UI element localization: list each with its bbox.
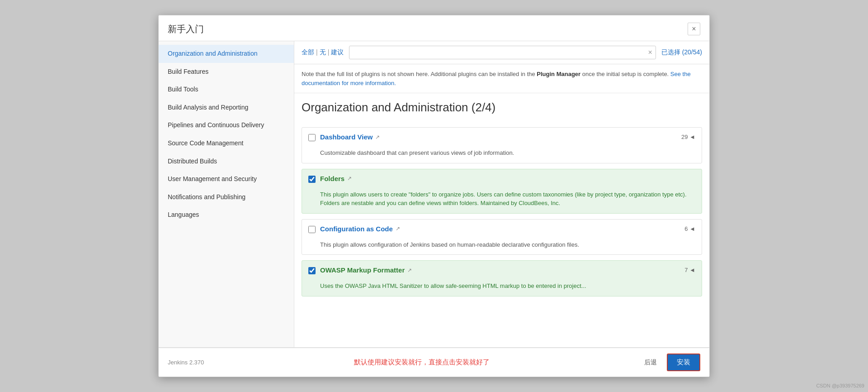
- modal-dialog: 新手入门 × Organization and AdministrationBu…: [158, 15, 710, 377]
- plugin-item-owasp-markup: OWASP Markup Formatter↗7 ◄Uses the OWASP…: [302, 260, 702, 296]
- plugin-manager-bold: Plugin Manager: [537, 71, 580, 77]
- section-title: Organization and Administration (2/4): [302, 100, 702, 118]
- sidebar: Organization and AdministrationBuild Fea…: [159, 41, 294, 347]
- plugin-header-config-as-code: Configuration as Code↗6 ◄: [302, 220, 702, 239]
- plugin-header-dashboard-view: Dashboard View↗29 ◄: [302, 128, 702, 147]
- plugin-ext-icon-folders[interactable]: ↗: [347, 175, 352, 182]
- plugin-checkbox-config-as-code[interactable]: [308, 226, 316, 233]
- install-button[interactable]: 安装: [667, 354, 700, 371]
- plugin-name-folders: Folders: [320, 175, 344, 182]
- search-wrapper: ×: [349, 46, 656, 59]
- plugin-ext-icon-owasp-markup[interactable]: ↗: [407, 267, 412, 273]
- filter-all[interactable]: 全部: [302, 48, 314, 57]
- plugin-checkbox-folders[interactable]: [308, 176, 316, 183]
- note-text2: once the initial setup is complete.: [580, 71, 670, 77]
- watermark: CSDN @p393975269: [816, 383, 864, 388]
- selection-count: 已选择 (20/54): [661, 48, 702, 57]
- plugin-list: Dashboard View↗29 ◄Customizable dashboar…: [302, 127, 702, 296]
- sidebar-item-build-tools[interactable]: Build Tools: [159, 81, 294, 99]
- modal-overlay: 新手入门 × Organization and AdministrationBu…: [0, 0, 868, 392]
- filter-bar: 全部 | 无 | 建议 × 已选择 (20/54): [294, 41, 709, 64]
- plugin-name-config-as-code: Configuration as Code: [320, 225, 393, 233]
- content-scroll: Organization and Administration (2/4) Da…: [294, 93, 709, 347]
- plugin-item-dashboard-view: Dashboard View↗29 ◄Customizable dashboar…: [302, 127, 702, 163]
- plugin-item-config-as-code: Configuration as Code↗6 ◄This plugin all…: [302, 219, 702, 255]
- sidebar-item-source-code[interactable]: Source Code Management: [159, 134, 294, 153]
- plugin-count-config-as-code: 6 ◄: [684, 225, 695, 232]
- plugin-count-dashboard-view: 29 ◄: [681, 134, 695, 140]
- plugin-desc-owasp-markup: Uses the OWASP Java HTML Sanitizer to al…: [302, 280, 702, 296]
- note-bar: Note that the full list of plugins is no…: [294, 64, 709, 93]
- search-clear-button[interactable]: ×: [648, 48, 652, 57]
- sidebar-item-pipelines[interactable]: Pipelines and Continuous Delivery: [159, 116, 294, 134]
- sidebar-item-languages[interactable]: Languages: [159, 206, 294, 224]
- modal-title: 新手入门: [168, 23, 204, 35]
- plugin-desc-config-as-code: This plugin allows configuration of Jenk…: [302, 239, 702, 255]
- footer-annotation: 默认使用建议安装就行，直接点击安装就好了: [354, 358, 490, 367]
- sidebar-item-build-features[interactable]: Build Features: [159, 63, 294, 81]
- note-text1: Note that the full list of plugins is no…: [302, 71, 537, 77]
- plugin-name-owasp-markup: OWASP Markup Formatter: [320, 266, 405, 274]
- plugin-count-owasp-markup: 7 ◄: [684, 267, 695, 273]
- plugin-name-row-config-as-code: Configuration as Code↗6 ◄: [320, 225, 695, 233]
- sidebar-item-org-admin[interactable]: Organization and Administration: [159, 45, 294, 63]
- footer-actions: 后退 安装: [640, 354, 700, 371]
- sidebar-item-user-management[interactable]: User Management and Security: [159, 170, 294, 188]
- filter-links: 全部 | 无 | 建议: [302, 48, 344, 57]
- filter-none[interactable]: 无: [320, 48, 326, 57]
- plugin-desc-folders: This plugin allows users to create "fold…: [302, 188, 702, 213]
- sidebar-item-distributed[interactable]: Distributed Builds: [159, 153, 294, 171]
- filter-suggest[interactable]: 建议: [331, 48, 344, 57]
- plugin-name-dashboard-view: Dashboard View: [320, 133, 373, 141]
- plugin-header-folders: Folders↗: [302, 169, 702, 188]
- search-input[interactable]: [349, 46, 656, 59]
- plugin-name-row-dashboard-view: Dashboard View↗29 ◄: [320, 133, 695, 141]
- main-content: 全部 | 无 | 建议 × 已选择 (20/54) Note that the …: [294, 41, 709, 347]
- modal-header: 新手入门 ×: [159, 15, 709, 41]
- close-button[interactable]: ×: [688, 23, 700, 35]
- plugin-header-owasp-markup: OWASP Markup Formatter↗7 ◄: [302, 261, 702, 280]
- jenkins-version: Jenkins 2.370: [168, 359, 204, 366]
- sidebar-item-build-analysis[interactable]: Build Analysis and Reporting: [159, 99, 294, 117]
- plugin-name-row-owasp-markup: OWASP Markup Formatter↗7 ◄: [320, 266, 695, 274]
- plugin-name-row-folders: Folders↗: [320, 175, 695, 182]
- modal-body: Organization and AdministrationBuild Fea…: [159, 41, 709, 347]
- sidebar-item-notifications[interactable]: Notifications and Publishing: [159, 188, 294, 206]
- sep1: |: [316, 48, 318, 57]
- modal-footer: Jenkins 2.370 默认使用建议安装就行，直接点击安装就好了 后退 安装: [159, 347, 709, 377]
- plugin-desc-dashboard-view: Customizable dashboard that can present …: [302, 147, 702, 163]
- plugin-ext-icon-dashboard-view[interactable]: ↗: [375, 134, 380, 140]
- plugin-checkbox-owasp-markup[interactable]: [308, 267, 316, 274]
- sep2: |: [328, 48, 330, 57]
- back-button[interactable]: 后退: [640, 356, 661, 369]
- plugin-checkbox-dashboard-view[interactable]: [308, 134, 316, 141]
- plugin-item-folders: Folders↗This plugin allows users to crea…: [302, 169, 702, 214]
- plugin-ext-icon-config-as-code[interactable]: ↗: [396, 225, 400, 232]
